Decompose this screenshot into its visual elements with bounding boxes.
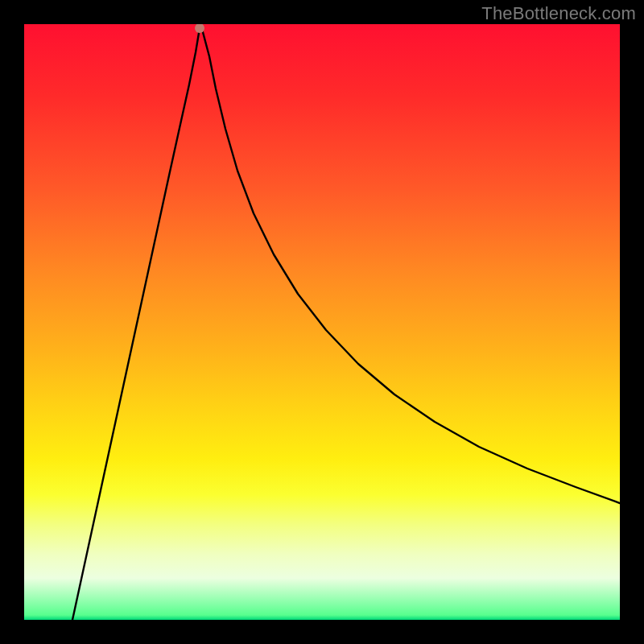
- chart-frame: TheBottleneck.com: [0, 0, 644, 644]
- plot-area: [24, 24, 620, 620]
- watermark-text: TheBottleneck.com: [481, 3, 636, 24]
- bottleneck-curve: [72, 28, 620, 620]
- curve-svg: [24, 24, 620, 620]
